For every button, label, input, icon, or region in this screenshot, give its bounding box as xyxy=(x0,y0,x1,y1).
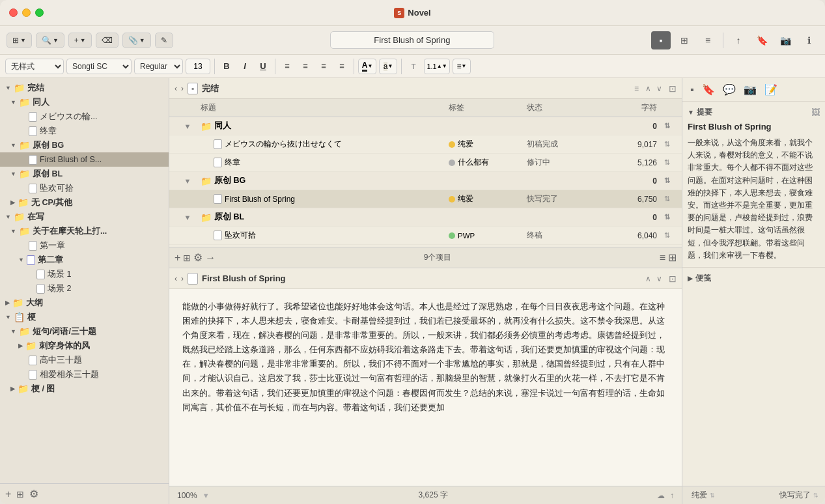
snapshot-btn[interactable]: 📷 xyxy=(776,31,795,49)
minimize-button[interactable] xyxy=(22,8,31,17)
table-row[interactable]: First Blush of Spring 纯爱 快写完了 6,750 ⇅ xyxy=(169,190,682,208)
edit-btn[interactable]: ✎ xyxy=(155,33,173,48)
sidebar-item-no-cp[interactable]: ▶ 📁 无 CP/其他 xyxy=(0,195,169,210)
sidebar-item-zuihuan[interactable]: 坠欢可拾 xyxy=(0,181,169,195)
editor-title: First Blush of Spring xyxy=(202,273,286,283)
editor-body[interactable]: 能做的小事做得好就行了。我希望诸位也能好好地体会这句话。本人也是经过了深思熟虑，… xyxy=(169,289,682,486)
view-grid-btn[interactable]: ⊞ xyxy=(675,31,694,49)
sidebar-item-ciji[interactable]: ▶ 📁 刺穿身体的风 xyxy=(0,339,169,353)
style-select[interactable]: 无样式 xyxy=(5,59,64,74)
table-view1-btn[interactable]: ≡ xyxy=(660,252,665,264)
nav-forward-btn[interactable]: › xyxy=(181,84,184,93)
table-row[interactable]: メビウスの輪から抜け出せなくて 纯爱 初稿完成 9,017 ⇅ xyxy=(169,135,682,154)
zoom-level[interactable]: 100% xyxy=(177,491,197,500)
sidebar-item-first-blush[interactable]: First Blush of S... xyxy=(0,152,169,167)
table-view2-btn[interactable]: ⊞ xyxy=(668,251,677,264)
bold-btn[interactable]: B xyxy=(219,59,234,74)
text-color-btn[interactable]: A ▼ xyxy=(358,59,376,74)
editor-nav-forward-btn[interactable]: › xyxy=(181,274,184,283)
rp-comment-btn[interactable]: 💬 xyxy=(720,81,738,98)
tag-selector[interactable]: 纯爱 ⇅ xyxy=(689,490,715,501)
view-single-btn[interactable]: ▪ xyxy=(651,31,671,49)
binder-down-btn[interactable]: ∨ xyxy=(656,84,662,93)
table-row[interactable]: 终章 什么都有 修订中 5,126 ⇅ xyxy=(169,154,682,172)
align-right-btn[interactable]: ≡ xyxy=(316,59,331,74)
add-btn[interactable]: + ▼ xyxy=(68,33,92,48)
synopsis-image-btn[interactable]: 🖼 xyxy=(811,107,820,117)
attach-btn[interactable]: 📎 ▼ xyxy=(122,33,151,48)
folder-icon: 📁 xyxy=(14,212,25,222)
binder-expand-btn[interactable]: ⊡ xyxy=(669,83,677,94)
editor-up-btn[interactable]: ∧ xyxy=(645,274,651,283)
sidebar-item-geng[interactable]: ▼ 📋 梗 xyxy=(0,310,169,324)
list-btn[interactable]: ≡ ▼ xyxy=(453,59,471,74)
sidebar-item-mebius[interactable]: メビウスの輪... xyxy=(0,109,169,124)
weight-select[interactable]: Regular xyxy=(134,59,183,74)
sidebar-item-guanyu[interactable]: ▼ 📁 关于在摩天轮上打... xyxy=(0,224,169,238)
sidebar-settings-btn[interactable]: ⚙ xyxy=(29,488,38,500)
binder-up-btn[interactable]: ∧ xyxy=(645,84,651,93)
folder-icon: 📁 xyxy=(14,83,25,93)
table-link-btn[interactable]: → xyxy=(205,252,216,264)
delete-icon: ⌫ xyxy=(102,36,113,45)
editor-nav-back-btn[interactable]: ‹ xyxy=(175,274,177,283)
share-btn[interactable]: ↑ xyxy=(729,31,748,49)
view-list-btn[interactable]: ≡ xyxy=(698,31,718,49)
row-chars: 6,750 xyxy=(605,195,657,204)
rp-note-btn[interactable]: 📝 xyxy=(762,81,780,98)
share-icon[interactable]: ↑ xyxy=(670,491,674,500)
sidebar-item-gaosan[interactable]: 高中三十题 xyxy=(0,353,169,367)
sidebar-item-scene2[interactable]: 场景 2 xyxy=(0,281,169,296)
sidebar-item-scene1[interactable]: 场景 1 xyxy=(0,267,169,281)
zoom-dropdown[interactable]: ▼ xyxy=(203,492,210,499)
sidebar-item-chapter2[interactable]: ▼ 第二章 xyxy=(0,253,169,267)
rp-camera-btn[interactable]: 📷 xyxy=(741,81,759,98)
sidebar-add-btn[interactable]: + xyxy=(5,488,11,500)
underline-btn[interactable]: U xyxy=(255,59,271,74)
info-btn[interactable]: ℹ xyxy=(799,31,818,49)
align-left-btn[interactable]: ≡ xyxy=(279,59,295,74)
search-btn[interactable]: 🔍 ▼ xyxy=(36,33,64,48)
sidebar-item-duanju[interactable]: ▼ 📁 短句/词语/三十题 xyxy=(0,324,169,339)
nav-back-btn[interactable]: ‹ xyxy=(175,84,177,93)
table-row[interactable]: 坠欢可拾 PWP 终稿 6,040 ⇅ xyxy=(169,227,682,245)
font-size-input[interactable] xyxy=(186,59,210,74)
rp-doc-btn[interactable]: ▪ xyxy=(688,81,697,98)
editor-footer: 100% ▼ 3,625 字 ☁ ↑ xyxy=(169,486,682,504)
line-height-btn[interactable]: 1.1 ▲▼ xyxy=(424,59,450,74)
table-row[interactable]: ▼ 📁 同人 0 ⇅ xyxy=(169,117,682,135)
sidebar-item-zaixen[interactable]: ▼ 📁 在写 xyxy=(0,210,169,224)
font-select[interactable]: Songti SC xyxy=(66,59,132,74)
close-button[interactable] xyxy=(9,8,18,17)
sidebar-item-dagang[interactable]: ▶ 📁 大纲 xyxy=(0,296,169,310)
table-row[interactable]: ▼ 📁 原创 BL 0 ⇅ xyxy=(169,208,682,227)
align-center-btn[interactable]: ≡ xyxy=(298,59,313,74)
bookmark-btn[interactable]: 🔖 xyxy=(752,31,772,49)
sidebar-item-tongren[interactable]: ▼ 📁 同人 xyxy=(0,95,169,109)
sidebar-item-wanjie[interactable]: ▼ 📁 完结 xyxy=(0,81,169,95)
sidebar-item-yuanchuang-bl[interactable]: ▼ 📁 原创 BL xyxy=(0,167,169,181)
maximize-button[interactable] xyxy=(35,8,44,17)
table-add-btn[interactable]: + xyxy=(175,252,180,264)
sidebar-item-final[interactable]: 终章 xyxy=(0,124,169,138)
rp-bookmark-btn[interactable]: 🔖 xyxy=(699,81,718,98)
sidebar-item-geng-tu[interactable]: ▶ 📁 梗 / 图 xyxy=(0,382,169,396)
row-chars: 6,040 xyxy=(605,231,657,240)
delete-btn[interactable]: ⌫ xyxy=(96,33,119,48)
editor-down-btn[interactable]: ∨ xyxy=(656,274,662,283)
align-justify-btn[interactable]: ≡ xyxy=(334,59,350,74)
sidebar-item-yuanchuang-bg[interactable]: ▼ 📁 原创 BG xyxy=(0,138,169,152)
sidebar-item-xiangai[interactable]: 相爱相杀三十题 xyxy=(0,367,169,382)
table-add-folder-btn[interactable]: ⊞ xyxy=(183,253,191,263)
toolbar: ⊞ ▼ 🔍 ▼ + ▼ ⌫ 📎 ▼ ✎ First Blush of Sprin… xyxy=(0,26,825,55)
editor-expand-btn[interactable]: ⊡ xyxy=(669,273,677,284)
status-selector[interactable]: 快写完了 ⇅ xyxy=(779,490,818,501)
highlight-color-btn[interactable]: a ▼ xyxy=(379,59,397,74)
table-settings-btn[interactable]: ⚙ xyxy=(193,251,203,264)
sidebar-add-folder-btn[interactable]: ⊞ xyxy=(16,489,24,499)
sidebar-item-chapter1[interactable]: 第一章 xyxy=(0,238,169,253)
italic-btn[interactable]: I xyxy=(237,59,253,74)
binder-menu-btn[interactable]: ≡ xyxy=(634,84,639,93)
view-toggle-btn[interactable]: ⊞ ▼ xyxy=(7,33,32,48)
table-row[interactable]: ▼ 📁 原创 BG 0 ⇅ xyxy=(169,172,682,190)
